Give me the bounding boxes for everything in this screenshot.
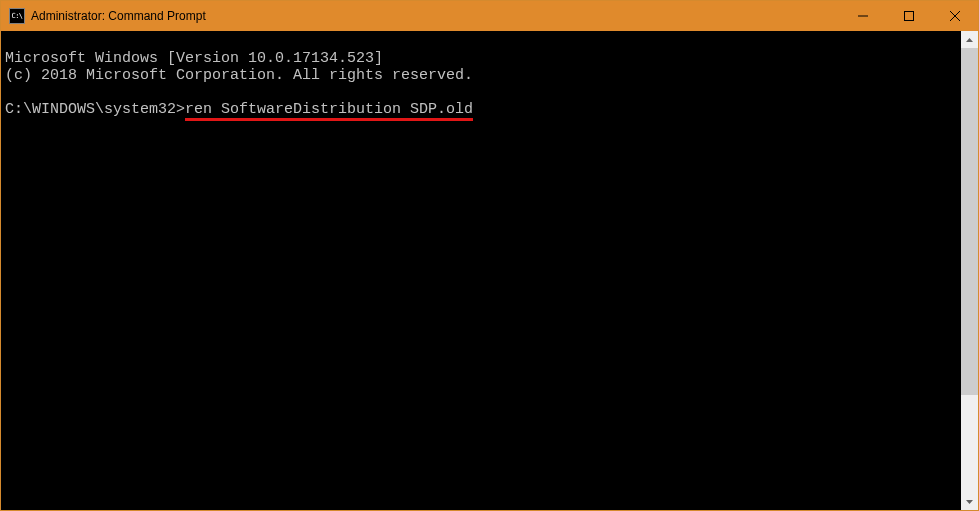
cmd-icon-text: C:\	[11, 13, 22, 20]
content-area: Microsoft Windows [Version 10.0.17134.52…	[1, 31, 978, 510]
command-prompt-window: C:\ Administrator: Command Prompt	[0, 0, 979, 511]
close-icon	[950, 11, 960, 21]
output-line	[5, 84, 957, 101]
command-input[interactable]: ren SoftwareDistribution SDP.old	[185, 101, 473, 118]
prompt-text: C:\WINDOWS\system32>	[5, 101, 185, 118]
svg-rect-1	[905, 12, 914, 21]
minimize-icon	[858, 11, 868, 21]
cmd-icon: C:\	[9, 8, 25, 24]
chevron-up-icon	[966, 38, 973, 42]
output-line: Microsoft Windows [Version 10.0.17134.52…	[5, 50, 957, 67]
titlebar[interactable]: C:\ Administrator: Command Prompt	[1, 1, 978, 31]
scrollbar-track[interactable]	[961, 48, 978, 493]
chevron-down-icon	[966, 500, 973, 504]
output-line: (c) 2018 Microsoft Corporation. All righ…	[5, 67, 957, 84]
window-title: Administrator: Command Prompt	[31, 9, 840, 23]
scroll-down-button[interactable]	[961, 493, 978, 510]
minimize-button[interactable]	[840, 1, 886, 31]
prompt-line: C:\WINDOWS\system32>ren SoftwareDistribu…	[5, 101, 957, 118]
vertical-scrollbar[interactable]	[961, 31, 978, 510]
maximize-button[interactable]	[886, 1, 932, 31]
scrollbar-thumb[interactable]	[961, 48, 978, 395]
scroll-up-button[interactable]	[961, 31, 978, 48]
maximize-icon	[904, 11, 914, 21]
close-button[interactable]	[932, 1, 978, 31]
window-controls	[840, 1, 978, 31]
terminal-output[interactable]: Microsoft Windows [Version 10.0.17134.52…	[1, 31, 961, 510]
